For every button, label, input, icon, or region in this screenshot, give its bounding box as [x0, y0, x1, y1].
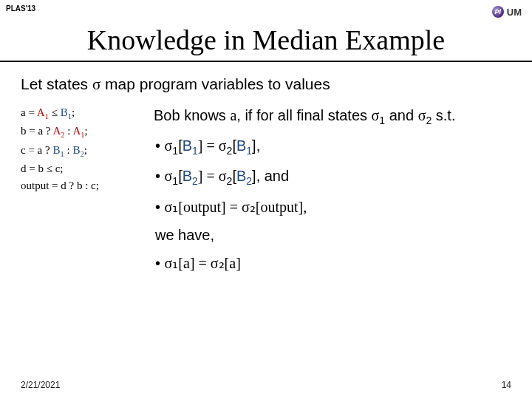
t: σ₁[output] = σ₂[output],: [165, 199, 307, 215]
t: a =: [21, 106, 37, 118]
code-line-5: output = d ? b : c;: [21, 177, 132, 194]
logo-text: UM: [507, 7, 522, 18]
t: , if for all final states: [236, 107, 371, 123]
A1b: A1: [72, 125, 84, 137]
t: A: [52, 125, 61, 137]
B2d: B2: [236, 168, 252, 184]
t: ],: [252, 137, 260, 154]
sigma2: σ: [418, 107, 426, 123]
t: and: [385, 107, 417, 123]
t: ] = σ: [198, 137, 227, 154]
t: ≤: [49, 106, 61, 118]
B1: B1: [61, 106, 72, 118]
footer-page: 14: [502, 380, 511, 390]
t: ] = σ: [198, 168, 227, 184]
condition-list: σ1[B1] = σ2[B1], σ1[B2] = σ2[B2], and σ₁…: [155, 136, 455, 216]
t: B: [183, 168, 192, 184]
t: B: [61, 106, 68, 118]
bullet-3: σ₁[output] = σ₂[output],: [155, 197, 455, 216]
t: 2: [192, 175, 198, 187]
B1c: B1: [183, 137, 198, 154]
t: A: [37, 106, 45, 118]
t: :: [65, 125, 73, 137]
t: σ: [165, 137, 173, 154]
bullet-4: σ₁[a] = σ₂[a]: [155, 253, 455, 273]
intro-post: map program variables to values: [100, 75, 330, 92]
t: s.t.: [432, 107, 455, 123]
bob-knows-line: Bob knows a, if for all final states σ1 …: [154, 106, 455, 127]
A1: A1: [37, 106, 49, 118]
B2c: B2: [183, 168, 198, 184]
t: b = a ?: [21, 125, 52, 137]
bullet-2: σ1[B2] = σ2[B2], and: [155, 166, 455, 188]
code-line-4: d = b ≤ c;: [21, 160, 132, 177]
var-a: a: [230, 107, 236, 123]
intro-line: Let states σ map program variables to va…: [21, 75, 511, 94]
title-rule: [0, 61, 532, 62]
t: 1: [172, 145, 178, 157]
t: B: [52, 144, 60, 156]
t: σ: [165, 168, 173, 184]
bullet-1: σ1[B1] = σ2[B1],: [155, 136, 455, 157]
code-line-1: a = A1 ≤ B1;: [21, 104, 132, 123]
t: B: [236, 168, 246, 184]
t: :: [64, 144, 73, 156]
t: B: [236, 137, 246, 154]
t: A: [72, 125, 81, 137]
t: 1: [172, 175, 178, 187]
t: ;: [84, 125, 87, 137]
conclusion-list: σ₁[a] = σ₂[a]: [155, 253, 455, 273]
t: 1: [379, 115, 385, 126]
t: Bob knows: [154, 107, 230, 123]
footer-date: 2/21/2021: [21, 380, 60, 390]
conference-tag: PLAS'13: [6, 4, 35, 13]
intro-pre: Let states: [21, 75, 92, 92]
logo-icon: Pl: [492, 6, 504, 18]
code-line-2: b = a ? A2 : A1;: [21, 123, 132, 141]
slide-title: Knowledge in Median Example: [0, 24, 532, 56]
t: σ₁[a] = σ₂[a]: [165, 255, 241, 271]
explanation-block: Bob knows a, if for all final states σ1 …: [154, 104, 455, 282]
t: B: [72, 144, 80, 156]
code-block: a = A1 ≤ B1; b = a ? A2 : A1; c = a ? B1…: [21, 104, 132, 194]
logo: Pl UM: [492, 6, 522, 18]
intro-sigma: σ: [92, 75, 100, 93]
t: 2: [246, 175, 252, 187]
t: ;: [72, 106, 75, 118]
t: 1: [192, 145, 198, 157]
t: ], and: [252, 168, 289, 184]
sigma1: σ: [372, 107, 380, 123]
t: ;: [84, 144, 87, 156]
we-have: we have,: [155, 225, 455, 245]
B2: B2: [72, 144, 83, 156]
code-line-3: c = a ? B1 : B2;: [21, 142, 132, 160]
B1b: B1: [52, 144, 64, 156]
t: 1: [246, 145, 252, 157]
content-row: a = A1 ≤ B1; b = a ? A2 : A1; c = a ? B1…: [0, 104, 532, 282]
t: B: [183, 137, 192, 154]
t: c = a ?: [21, 144, 52, 156]
A2: A2: [52, 125, 64, 137]
B1d: B1: [236, 137, 252, 154]
